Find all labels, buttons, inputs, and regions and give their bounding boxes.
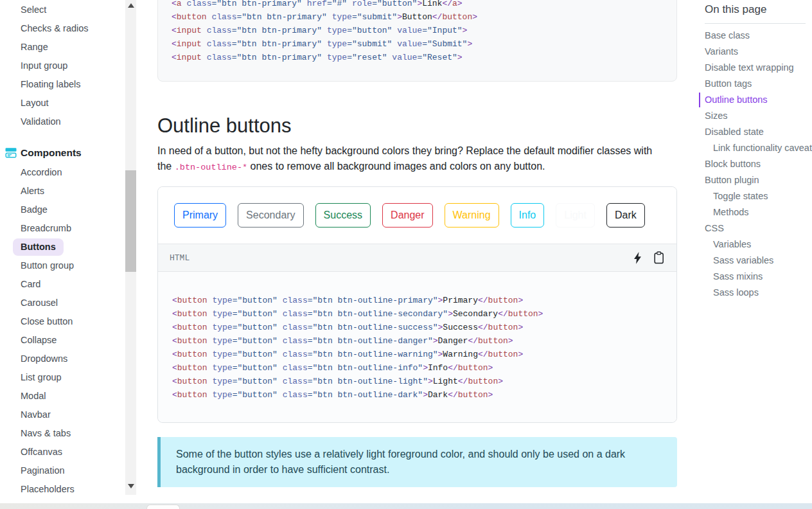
components-icon xyxy=(5,147,17,158)
inline-code: .btn-outline-* xyxy=(175,163,247,172)
sidebar-item-floating-labels[interactable]: Floating labels xyxy=(0,75,136,94)
sidebar-item-buttons[interactable]: Buttons xyxy=(0,238,136,256)
sidebar-item-label: Modal xyxy=(21,391,46,401)
toc-item-button-plugin[interactable]: Button plugin xyxy=(699,172,809,188)
sidebar-item-checks-radios[interactable]: Checks & radios xyxy=(0,19,136,38)
toc-item-link-functionality-caveat[interactable]: Link functionality caveat xyxy=(699,140,809,156)
section-description: In need of a button, but not the hefty b… xyxy=(157,143,665,175)
sidebar-item-dropdowns[interactable]: Dropdowns xyxy=(0,350,136,368)
bottom-strip-box xyxy=(146,505,180,509)
page: SelectChecks & radiosRangeInput groupFlo… xyxy=(0,0,812,509)
sidebar-header-components: Components xyxy=(0,143,136,163)
sidebar-item-pagination[interactable]: Pagination xyxy=(0,461,136,480)
top-code-block: <a class="btn btn-primary" href="#" role… xyxy=(157,0,677,82)
example-button-dark[interactable]: Dark xyxy=(606,203,645,228)
sidebar-item-label: Carousel xyxy=(21,298,58,308)
sidebar-item-modal[interactable]: Modal xyxy=(0,387,136,406)
sidebar-item-placeholders[interactable]: Placeholders xyxy=(0,480,136,499)
example-button-info[interactable]: Info xyxy=(511,203,545,228)
sidebar-item-close-button[interactable]: Close button xyxy=(0,312,136,331)
example-button-warning[interactable]: Warning xyxy=(445,203,499,228)
toc-sidebar: On this page Base classVariantsDisable t… xyxy=(699,0,809,301)
sidebar-item-breadcrumb[interactable]: Breadcrumb xyxy=(0,219,136,238)
sidebar-item-select[interactable]: Select xyxy=(0,1,136,19)
example-button-success[interactable]: Success xyxy=(315,203,371,228)
sidebar-item-input-group[interactable]: Input group xyxy=(0,57,136,75)
sidebar-item-label: Range xyxy=(21,42,48,52)
toc-item-variables[interactable]: Variables xyxy=(699,237,809,253)
sidebar-item-navbar[interactable]: Navbar xyxy=(0,406,136,424)
lightning-icon[interactable] xyxy=(631,251,643,264)
code-line: <button type="button" class="btn btn-out… xyxy=(172,294,666,307)
sidebar-item-label: Select xyxy=(21,5,46,15)
toc-item-sass-mixins[interactable]: Sass mixins xyxy=(699,269,809,285)
sidebar-item-accordion[interactable]: Accordion xyxy=(0,163,136,182)
page-title: Outline buttons xyxy=(157,114,677,138)
clipboard-icon[interactable] xyxy=(653,251,665,264)
scrollbar-thumb[interactable] xyxy=(125,170,136,272)
code-line: <button type="button" class="btn btn-out… xyxy=(172,334,666,348)
example-button-light[interactable]: Light xyxy=(556,203,595,228)
sidebar-item-carousel[interactable]: Carousel xyxy=(0,294,136,312)
sidebar-item-label: Offcanvas xyxy=(21,447,62,457)
toc-item-disable-text-wrapping[interactable]: Disable text wrapping xyxy=(699,60,809,76)
snippet-code-block: <button type="button" class="btn btn-out… xyxy=(158,272,676,422)
code-line: <button type="button" class="btn btn-out… xyxy=(172,375,666,388)
sidebar-item-label: Validation xyxy=(21,117,61,127)
sidebar-item-navs-tabs[interactable]: Navs & tabs xyxy=(0,424,136,443)
example-button-primary[interactable]: Primary xyxy=(174,203,226,228)
toc-item-sass-loops[interactable]: Sass loops xyxy=(699,285,809,301)
sidebar-scrollbar[interactable] xyxy=(125,0,136,495)
description-text-after: ones to remove all background images and… xyxy=(247,161,545,172)
code-line: <button type="button" class="btn btn-out… xyxy=(172,321,666,334)
toc-item-disabled-state[interactable]: Disabled state xyxy=(699,124,809,140)
code-line: <button type="button" class="btn btn-out… xyxy=(172,307,666,321)
toc-item-base-class[interactable]: Base class xyxy=(699,28,809,44)
example-button-danger[interactable]: Danger xyxy=(382,203,432,228)
sidebar-item-range[interactable]: Range xyxy=(0,38,136,57)
sidebar-item-label: Navbar xyxy=(21,410,51,420)
scrollbar-down-arrow-icon[interactable] xyxy=(125,481,136,492)
sidebar-item-label: Checks & radios xyxy=(21,24,89,33)
example-group: PrimarySecondarySuccessDangerWarningInfo… xyxy=(157,186,677,423)
code-line: <button class="btn btn-primary" type="su… xyxy=(172,10,669,24)
code-line: <input class="btn btn-primary" type="sub… xyxy=(172,37,669,51)
toc-item-block-buttons[interactable]: Block buttons xyxy=(699,156,809,172)
sidebar-item-badge[interactable]: Badge xyxy=(0,201,136,219)
sidebar-item-button-group[interactable]: Button group xyxy=(0,256,136,275)
example-button-row: PrimarySecondarySuccessDangerWarningInfo… xyxy=(158,187,676,244)
sidebar-item-label: Accordion xyxy=(21,168,62,177)
sidebar-item-alerts[interactable]: Alerts xyxy=(0,182,136,201)
toc-item-variants[interactable]: Variants xyxy=(699,44,809,60)
toc-item-toggle-states[interactable]: Toggle states xyxy=(699,188,809,204)
sidebar-item-validation[interactable]: Validation xyxy=(0,112,136,131)
toc-item-sass-variables[interactable]: Sass variables xyxy=(699,253,809,269)
scrollbar-up-arrow-icon[interactable] xyxy=(125,0,136,11)
toc-item-sizes[interactable]: Sizes xyxy=(699,108,809,124)
sidebar-item-list-group[interactable]: List group xyxy=(0,368,136,387)
sidebar-item-collapse[interactable]: Collapse xyxy=(0,331,136,350)
code-line: <input class="btn btn-primary" type="but… xyxy=(172,24,669,37)
snippet-toolbar: HTML xyxy=(158,244,676,272)
example-button-secondary[interactable]: Secondary xyxy=(238,203,304,228)
toc-item-css[interactable]: CSS xyxy=(699,220,809,237)
sidebar-header-label: Components xyxy=(21,147,82,158)
snippet-language-label: HTML xyxy=(170,253,190,263)
sidebar-item-label: Input group xyxy=(21,61,67,71)
left-sidebar: SelectChecks & radiosRangeInput groupFlo… xyxy=(0,0,136,496)
sidebar-item-label: Card xyxy=(21,280,40,289)
toc-item-button-tags[interactable]: Button tags xyxy=(699,76,809,92)
code-line: <input class="btn btn-primary" type="res… xyxy=(172,51,669,64)
sidebar-nav: SelectChecks & radiosRangeInput groupFlo… xyxy=(0,0,136,499)
sidebar-item-label: Layout xyxy=(21,98,49,108)
sidebar-item-label: Breadcrumb xyxy=(21,224,71,233)
sidebar-item-offcanvas[interactable]: Offcanvas xyxy=(0,443,136,461)
sidebar-item-label: List group xyxy=(21,373,62,382)
toc-item-outline-buttons[interactable]: Outline buttons xyxy=(699,92,809,108)
sidebar-item-card[interactable]: Card xyxy=(0,275,136,294)
snippet-toolbar-icons xyxy=(631,251,665,264)
sidebar-item-layout[interactable]: Layout xyxy=(0,94,136,112)
bottom-strip xyxy=(0,503,812,509)
toc-item-methods[interactable]: Methods xyxy=(699,204,809,220)
main-content: <a class="btn btn-primary" href="#" role… xyxy=(157,0,677,487)
